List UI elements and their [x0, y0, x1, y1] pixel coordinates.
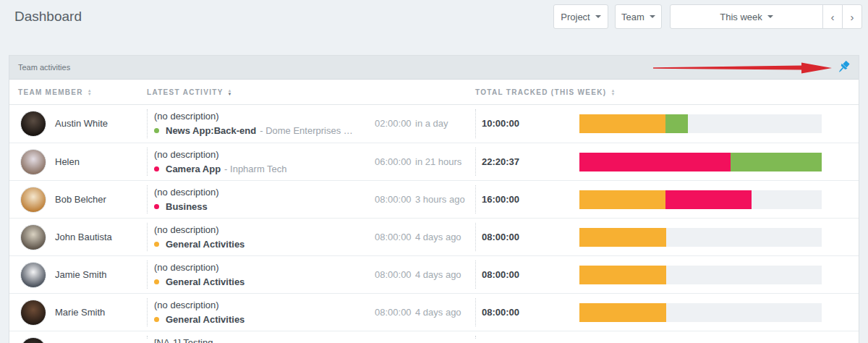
avatar	[20, 300, 46, 326]
project-name: Camera App	[166, 164, 221, 174]
date-range-controls: This week ‹ ›	[670, 4, 862, 29]
activity-time: 08:00:00	[375, 219, 411, 256]
activity-project-line: Camera App - Inpharm Tech	[154, 164, 287, 174]
tracked-time-bar-segment	[579, 266, 666, 284]
column-divider	[147, 109, 148, 138]
activity-relative-time: 3 hours ago	[415, 181, 465, 219]
sort-icon: ▲▼	[610, 89, 615, 96]
activity-description: (no description)	[154, 300, 219, 310]
activity-description: (no description)	[154, 111, 219, 122]
column-header-total-tracked-this-week-[interactable]: TOTAL TRACKED (THIS WEEK)▲▼	[475, 80, 615, 105]
project-name: General Activities	[166, 314, 244, 325]
tracked-time-bar	[579, 228, 822, 247]
column-header-team-member[interactable]: TEAM MEMBER▲▼	[18, 80, 92, 105]
panel-header: Team activities	[9, 56, 859, 80]
tracked-time-bar-segment	[665, 114, 688, 133]
previous-period-button[interactable]: ‹	[822, 4, 843, 29]
annotation-arrow	[653, 62, 833, 74]
avatar	[20, 149, 46, 175]
table-row[interactable]: Marie Smith (no description) General Act…	[9, 293, 859, 331]
activity-project-line: News App:Back-end - Dome Enterprises …	[154, 125, 353, 136]
column-divider	[147, 223, 148, 251]
column-divider	[475, 298, 476, 326]
tracked-time-bar	[579, 114, 822, 133]
column-divider	[147, 185, 148, 213]
table-body: Austin White (no description) News App:B…	[9, 105, 859, 343]
project-color-dot-icon	[154, 279, 159, 284]
activity-project-line: General Activities	[154, 276, 248, 287]
team-dropdown[interactable]: Team	[615, 4, 662, 29]
column-divider	[147, 336, 148, 339]
column-divider	[147, 148, 148, 176]
period-dropdown-label: This week	[720, 12, 762, 22]
activity-relative-time: in a day	[415, 105, 448, 143]
pin-icon[interactable]	[835, 59, 851, 75]
panel-title: Team activities	[9, 63, 70, 72]
column-divider	[147, 298, 148, 326]
table-row[interactable]: Bob Belcher (no description) Business 08…	[9, 180, 859, 218]
column-divider	[475, 109, 476, 138]
activity-project-line: Business	[154, 201, 211, 212]
column-divider	[475, 261, 476, 289]
project-dropdown[interactable]: Project	[553, 4, 608, 29]
project-color-dot-icon	[154, 204, 159, 209]
activity-time: 08:00:00	[375, 256, 411, 294]
tracked-time-bar-segment	[579, 153, 731, 172]
table-row[interactable]: [NA-1] Testing	[9, 331, 859, 343]
tracked-time-bar	[579, 190, 822, 209]
table-row[interactable]: Helen (no description) Camera App - Inph…	[9, 143, 859, 180]
sort-icon: ▲▼	[228, 89, 232, 96]
member-name: Austin White	[55, 105, 108, 143]
activity-project-line: General Activities	[154, 314, 248, 325]
column-divider	[475, 223, 476, 251]
activity-description: (no description)	[154, 187, 219, 198]
project-color-dot-icon	[154, 166, 159, 172]
client-name: - Dome Enterprises …	[260, 125, 353, 136]
toolbar: Project Team This week ‹ ›	[553, 4, 862, 29]
column-header-label: TOTAL TRACKED (THIS WEEK)	[475, 88, 606, 96]
column-header-label: LATEST ACTIVITY	[147, 88, 224, 96]
member-name: Helen	[55, 143, 80, 181]
project-name: News App:Back-end	[166, 125, 256, 136]
activity-description: (no description)	[154, 262, 219, 273]
top-bar: Dashboard Project Team This week ‹ ›	[0, 0, 868, 55]
tracked-time-bar	[579, 153, 822, 172]
activity-description: (no description)	[154, 149, 219, 160]
chevron-down-icon	[650, 15, 655, 18]
activity-relative-time: in 21 hours	[415, 143, 461, 181]
total-tracked: 16:00:00	[482, 181, 519, 219]
tracked-time-bar-segment	[579, 190, 665, 209]
tracked-time-bar	[579, 303, 822, 322]
tracked-time-bar-segment	[665, 190, 752, 209]
chevron-right-icon: ›	[851, 11, 854, 23]
total-tracked: 10:00:00	[482, 105, 519, 143]
column-divider	[475, 148, 476, 176]
column-divider	[475, 185, 476, 213]
member-name: Jamie Smith	[55, 256, 107, 294]
table-row[interactable]: Jamie Smith (no description) General Act…	[9, 255, 859, 293]
tracked-time-bar	[579, 266, 822, 284]
project-color-dot-icon	[154, 128, 159, 133]
activity-time: 02:00:00	[375, 105, 411, 143]
tracked-time-bar-segment	[579, 228, 666, 247]
column-header-latest-activity[interactable]: LATEST ACTIVITY▲▼	[147, 80, 232, 105]
table-row[interactable]: Austin White (no description) News App:B…	[9, 105, 859, 143]
activity-project-line: General Activities	[154, 239, 248, 250]
activity-description: [NA-1] Testing	[154, 337, 213, 343]
avatar	[20, 187, 46, 213]
activity-time: 08:00:00	[375, 181, 411, 219]
activity-description: (no description)	[154, 224, 219, 235]
page-title: Dashboard	[14, 9, 82, 25]
client-name: - Inpharm Tech	[224, 164, 286, 174]
table-row[interactable]: John Bautista (no description) General A…	[9, 218, 859, 255]
team-activities-panel: Team activities TEAM MEMBER▲▼LATEST ACTI…	[9, 55, 859, 343]
next-period-button[interactable]: ›	[842, 4, 862, 29]
activity-relative-time: 4 days ago	[415, 219, 461, 256]
project-name: General Activities	[166, 276, 244, 287]
period-dropdown[interactable]: This week	[670, 4, 823, 29]
avatar	[20, 337, 46, 343]
activity-time: 06:00:00	[375, 143, 411, 181]
member-name: Bob Belcher	[55, 181, 106, 219]
total-tracked: 08:00:00	[482, 219, 519, 256]
total-tracked: 08:00:00	[482, 294, 519, 331]
